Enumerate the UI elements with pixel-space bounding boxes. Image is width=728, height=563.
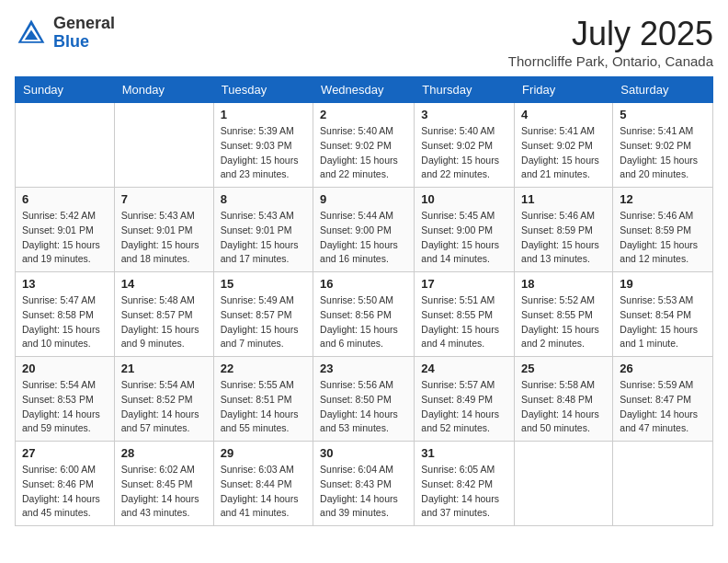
- day-info: Sunrise: 5:46 AM Sunset: 8:59 PM Dayligh…: [620, 209, 706, 267]
- day-number: 18: [521, 277, 606, 291]
- calendar-cell: 9Sunrise: 5:44 AM Sunset: 9:00 PM Daylig…: [313, 188, 415, 272]
- logo-icon: [15, 17, 48, 50]
- day-number: 1: [221, 108, 306, 121]
- day-number: 21: [121, 362, 207, 375]
- day-number: 5: [620, 108, 706, 121]
- calendar-cell: 3Sunrise: 5:40 AM Sunset: 9:02 PM Daylig…: [415, 103, 515, 188]
- calendar-cell: 20Sunrise: 5:54 AM Sunset: 8:53 PM Dayli…: [16, 357, 115, 442]
- day-number: 26: [620, 362, 706, 375]
- logo-text: General Blue: [53, 15, 115, 52]
- day-number: 24: [421, 362, 507, 375]
- calendar-cell: 4Sunrise: 5:41 AM Sunset: 9:02 PM Daylig…: [515, 103, 613, 188]
- day-number: 13: [22, 277, 108, 291]
- week-row-4: 20Sunrise: 5:54 AM Sunset: 8:53 PM Dayli…: [16, 357, 713, 442]
- day-info: Sunrise: 5:39 AM Sunset: 9:03 PM Dayligh…: [221, 124, 306, 182]
- day-number: 9: [320, 192, 407, 206]
- day-info: Sunrise: 5:50 AM Sunset: 8:56 PM Dayligh…: [320, 293, 407, 351]
- calendar-cell: 25Sunrise: 5:58 AM Sunset: 8:48 PM Dayli…: [515, 357, 613, 442]
- day-number: 14: [121, 277, 207, 291]
- calendar-cell: 23Sunrise: 5:56 AM Sunset: 8:50 PM Dayli…: [313, 357, 415, 442]
- day-info: Sunrise: 5:44 AM Sunset: 9:00 PM Dayligh…: [320, 209, 407, 267]
- calendar-cell: 11Sunrise: 5:46 AM Sunset: 8:59 PM Dayli…: [515, 188, 613, 272]
- calendar-cell: 27Sunrise: 6:00 AM Sunset: 8:46 PM Dayli…: [16, 442, 115, 526]
- day-number: 25: [521, 362, 606, 375]
- calendar-cell: 29Sunrise: 6:03 AM Sunset: 8:44 PM Dayli…: [213, 442, 313, 526]
- calendar-cell: 13Sunrise: 5:47 AM Sunset: 8:58 PM Dayli…: [16, 272, 115, 357]
- day-number: 28: [121, 446, 207, 460]
- day-number: 22: [221, 362, 306, 375]
- day-number: 11: [521, 192, 606, 206]
- calendar-cell: 19Sunrise: 5:53 AM Sunset: 8:54 PM Dayli…: [613, 272, 713, 357]
- weekday-header-tuesday: Tuesday: [213, 77, 313, 103]
- day-info: Sunrise: 5:40 AM Sunset: 9:02 PM Dayligh…: [421, 124, 507, 182]
- day-info: Sunrise: 5:51 AM Sunset: 8:55 PM Dayligh…: [421, 293, 507, 351]
- day-number: 31: [421, 446, 507, 460]
- calendar-cell: [515, 442, 613, 526]
- weekday-header-friday: Friday: [515, 77, 613, 103]
- calendar-cell: 10Sunrise: 5:45 AM Sunset: 9:00 PM Dayli…: [415, 188, 515, 272]
- week-row-5: 27Sunrise: 6:00 AM Sunset: 8:46 PM Dayli…: [16, 442, 713, 526]
- calendar-cell: 30Sunrise: 6:04 AM Sunset: 8:43 PM Dayli…: [313, 442, 415, 526]
- day-info: Sunrise: 5:56 AM Sunset: 8:50 PM Dayligh…: [320, 378, 407, 436]
- weekday-header-wednesday: Wednesday: [313, 77, 415, 103]
- day-info: Sunrise: 5:48 AM Sunset: 8:57 PM Dayligh…: [121, 293, 207, 351]
- day-info: Sunrise: 5:42 AM Sunset: 9:01 PM Dayligh…: [22, 209, 108, 267]
- calendar-cell: 7Sunrise: 5:43 AM Sunset: 9:01 PM Daylig…: [114, 188, 213, 272]
- calendar-title: July 2025: [508, 15, 713, 53]
- calendar-cell: 1Sunrise: 5:39 AM Sunset: 9:03 PM Daylig…: [213, 103, 313, 188]
- calendar-cell: 21Sunrise: 5:54 AM Sunset: 8:52 PM Dayli…: [114, 357, 213, 442]
- day-info: Sunrise: 5:40 AM Sunset: 9:02 PM Dayligh…: [320, 124, 407, 182]
- day-info: Sunrise: 5:58 AM Sunset: 8:48 PM Dayligh…: [521, 378, 606, 436]
- day-info: Sunrise: 5:41 AM Sunset: 9:02 PM Dayligh…: [521, 124, 606, 182]
- week-row-1: 1Sunrise: 5:39 AM Sunset: 9:03 PM Daylig…: [16, 103, 713, 188]
- day-number: 16: [320, 277, 407, 291]
- calendar-cell: [114, 103, 213, 188]
- calendar-cell: [613, 442, 713, 526]
- day-number: 2: [320, 108, 407, 121]
- calendar-cell: 18Sunrise: 5:52 AM Sunset: 8:55 PM Dayli…: [515, 272, 613, 357]
- day-number: 20: [22, 362, 108, 375]
- day-number: 15: [221, 277, 306, 291]
- logo: General Blue: [15, 15, 115, 52]
- weekday-header-monday: Monday: [114, 77, 213, 103]
- day-info: Sunrise: 5:49 AM Sunset: 8:57 PM Dayligh…: [221, 293, 306, 351]
- day-info: Sunrise: 5:57 AM Sunset: 8:49 PM Dayligh…: [421, 378, 507, 436]
- day-info: Sunrise: 5:45 AM Sunset: 9:00 PM Dayligh…: [421, 209, 507, 267]
- calendar-cell: 22Sunrise: 5:55 AM Sunset: 8:51 PM Dayli…: [213, 357, 313, 442]
- day-number: 29: [221, 446, 306, 460]
- calendar-cell: 6Sunrise: 5:42 AM Sunset: 9:01 PM Daylig…: [16, 188, 115, 272]
- calendar-cell: 12Sunrise: 5:46 AM Sunset: 8:59 PM Dayli…: [613, 188, 713, 272]
- day-info: Sunrise: 5:46 AM Sunset: 8:59 PM Dayligh…: [521, 209, 606, 267]
- calendar-cell: 16Sunrise: 5:50 AM Sunset: 8:56 PM Dayli…: [313, 272, 415, 357]
- calendar-cell: 2Sunrise: 5:40 AM Sunset: 9:02 PM Daylig…: [313, 103, 415, 188]
- day-info: Sunrise: 5:54 AM Sunset: 8:52 PM Dayligh…: [121, 378, 207, 436]
- weekday-header-sunday: Sunday: [16, 77, 115, 103]
- weekday-header-saturday: Saturday: [613, 77, 713, 103]
- calendar-cell: 15Sunrise: 5:49 AM Sunset: 8:57 PM Dayli…: [213, 272, 313, 357]
- weekday-header-thursday: Thursday: [415, 77, 515, 103]
- title-block: July 2025 Thorncliffe Park, Ontario, Can…: [508, 15, 713, 69]
- calendar-cell: 28Sunrise: 6:02 AM Sunset: 8:45 PM Dayli…: [114, 442, 213, 526]
- calendar-subtitle: Thorncliffe Park, Ontario, Canada: [508, 53, 713, 69]
- day-number: 4: [521, 108, 606, 121]
- page-header: General Blue July 2025 Thorncliffe Park,…: [15, 15, 713, 69]
- weekday-header-row: SundayMondayTuesdayWednesdayThursdayFrid…: [16, 77, 713, 103]
- calendar-cell: 24Sunrise: 5:57 AM Sunset: 8:49 PM Dayli…: [415, 357, 515, 442]
- day-number: 8: [221, 192, 306, 206]
- day-info: Sunrise: 6:05 AM Sunset: 8:42 PM Dayligh…: [421, 463, 507, 521]
- day-info: Sunrise: 5:54 AM Sunset: 8:53 PM Dayligh…: [22, 378, 108, 436]
- week-row-3: 13Sunrise: 5:47 AM Sunset: 8:58 PM Dayli…: [16, 272, 713, 357]
- day-info: Sunrise: 5:43 AM Sunset: 9:01 PM Dayligh…: [221, 209, 306, 267]
- day-info: Sunrise: 5:55 AM Sunset: 8:51 PM Dayligh…: [221, 378, 306, 436]
- calendar-table: SundayMondayTuesdayWednesdayThursdayFrid…: [15, 76, 713, 526]
- calendar-cell: 14Sunrise: 5:48 AM Sunset: 8:57 PM Dayli…: [114, 272, 213, 357]
- day-number: 12: [620, 192, 706, 206]
- calendar-cell: 26Sunrise: 5:59 AM Sunset: 8:47 PM Dayli…: [613, 357, 713, 442]
- calendar-cell: 8Sunrise: 5:43 AM Sunset: 9:01 PM Daylig…: [213, 188, 313, 272]
- day-info: Sunrise: 6:00 AM Sunset: 8:46 PM Dayligh…: [22, 463, 108, 521]
- day-number: 27: [22, 446, 108, 460]
- day-info: Sunrise: 5:47 AM Sunset: 8:58 PM Dayligh…: [22, 293, 108, 351]
- day-number: 7: [121, 192, 207, 206]
- calendar-cell: 5Sunrise: 5:41 AM Sunset: 9:02 PM Daylig…: [613, 103, 713, 188]
- week-row-2: 6Sunrise: 5:42 AM Sunset: 9:01 PM Daylig…: [16, 188, 713, 272]
